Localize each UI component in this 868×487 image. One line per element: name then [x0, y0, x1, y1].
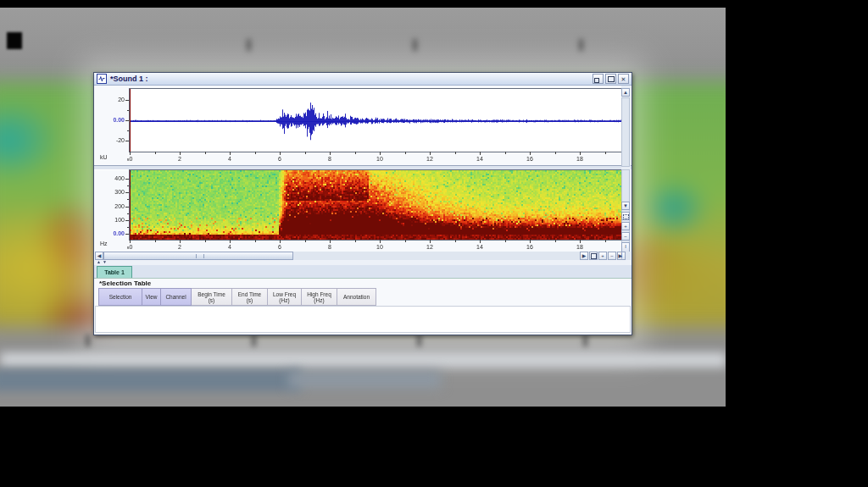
x-axis-tick — [230, 152, 231, 155]
plus-icon: + — [601, 253, 604, 258]
horizontal-scrollbar[interactable]: ◀ ▶ + − ▶▏ — [95, 252, 631, 260]
restore-button[interactable] — [605, 74, 616, 84]
x-axis-tick — [480, 240, 481, 243]
minus-icon: − — [610, 253, 614, 258]
selection-table-header: SelectionViewChannelBegin Time(s)End Tim… — [98, 288, 376, 306]
x-axis-tick — [280, 152, 281, 155]
waveform-vertical-scrollbar[interactable] — [621, 97, 630, 167]
scroll-up-button[interactable]: ▲ — [621, 88, 630, 97]
arrow-left-icon: ◀ — [97, 253, 102, 258]
x-axis-label: 18 — [576, 244, 583, 250]
blurred-blue-bar — [0, 369, 301, 391]
x-axis-tick — [605, 152, 606, 154]
column-label: Selection — [109, 294, 132, 300]
x-axis-tick — [205, 152, 206, 154]
y-axis-minor-tick — [127, 185, 130, 186]
spectrogram-plot[interactable] — [129, 169, 623, 241]
x-axis-label: 6 — [278, 156, 281, 162]
splitter-collapse-icon[interactable]: ▲ — [97, 260, 101, 264]
scrollbar-thumb[interactable] — [103, 252, 293, 260]
x-axis-unit-prefix: s — [127, 157, 130, 162]
waveform-plot[interactable] — [129, 88, 623, 152]
go-to-end-button[interactable]: ▶▏ — [617, 252, 626, 260]
zoom-in-x-button[interactable]: + — [598, 252, 607, 260]
y-axis-label: 20 — [96, 97, 125, 102]
sound-window: *Sound 1 : ✕ 200.00-20 s024681012141618 … — [93, 72, 632, 335]
x-axis-label: 4 — [228, 244, 231, 250]
x-axis-tick — [555, 152, 556, 154]
column-unit: (s) — [247, 297, 253, 303]
x-axis-tick — [580, 152, 581, 155]
backdrop-black-square — [7, 32, 22, 49]
splitter-expand-icon[interactable]: ▼ — [103, 260, 107, 264]
zoom-in-y-button[interactable]: + — [621, 222, 630, 230]
column-header-view[interactable]: View — [142, 288, 161, 306]
scroll-down-button[interactable]: ▼ — [621, 202, 630, 210]
x-axis-tick — [530, 240, 531, 243]
x-axis-tick — [130, 152, 131, 155]
waveform-canvas — [130, 89, 622, 152]
x-axis-tick — [330, 240, 331, 243]
blurred-tick — [417, 335, 421, 346]
y-axis-tick — [125, 179, 129, 180]
y-axis-tick — [125, 234, 129, 235]
x-axis-label: 10 — [376, 156, 383, 162]
column-header-selection[interactable]: Selection — [98, 288, 142, 306]
x-axis-tick — [205, 240, 206, 242]
x-axis-tick — [330, 152, 331, 155]
x-axis-tick — [430, 152, 431, 155]
y-axis-tick — [125, 141, 129, 141]
x-axis-label: 18 — [576, 156, 583, 162]
column-unit: (s) — [209, 297, 215, 303]
x-axis-tick — [405, 152, 406, 154]
x-axis-label: 2 — [178, 244, 181, 250]
pane-layout-button[interactable] — [589, 252, 598, 260]
selection-table-body[interactable] — [95, 306, 631, 333]
x-axis-label: 6 — [278, 244, 281, 250]
column-header-annotation[interactable]: Annotation — [337, 288, 376, 306]
x-axis-label: 2 — [178, 156, 181, 162]
minimize-button[interactable] — [593, 74, 604, 84]
right-control-column: ▲ ▼ + − I — [621, 86, 631, 260]
position-marker[interactable] — [130, 170, 131, 240]
position-marker[interactable] — [130, 89, 131, 152]
column-unit: (Hz) — [314, 297, 324, 303]
tab-label: Table 1 — [104, 269, 125, 275]
x-axis-label: 12 — [426, 244, 433, 250]
column-header-begin-time[interactable]: Begin Time(s) — [192, 288, 232, 306]
arrow-up-icon: ▲ — [623, 90, 628, 95]
y-axis-minor-tick — [127, 213, 130, 214]
column-header-channel[interactable]: Channel — [161, 288, 192, 306]
zoom-out-y-button[interactable]: − — [621, 232, 630, 241]
y-axis-minor-tick — [127, 227, 130, 228]
blurred-blue-bar-tail — [288, 371, 441, 388]
x-axis-tick — [130, 240, 131, 243]
blurred-tick — [579, 39, 583, 51]
tab-table-1[interactable]: Table 1 — [97, 266, 132, 278]
column-header-low-freq[interactable]: Low Freq(Hz) — [268, 288, 302, 306]
x-axis-label: 10 — [376, 244, 383, 250]
x-axis-tick — [605, 240, 606, 242]
x-axis-tick — [505, 240, 506, 242]
x-axis-tick — [180, 240, 181, 243]
letterbox-bottom — [0, 407, 868, 487]
column-header-high-freq[interactable]: High Freq(Hz) — [302, 288, 337, 306]
scroll-right-button[interactable]: ▶ — [580, 252, 588, 260]
title-bar[interactable]: *Sound 1 : ✕ — [94, 73, 632, 86]
column-header-end-time[interactable]: End Time(s) — [232, 288, 268, 306]
close-button[interactable]: ✕ — [618, 74, 629, 84]
x-axis-tick — [255, 152, 256, 154]
x-axis-tick — [355, 152, 356, 154]
x-axis-label: 4 — [228, 156, 231, 162]
y-axis-label: 0.00 — [96, 230, 125, 236]
default-zoom-button[interactable] — [621, 212, 630, 220]
y-axis-label: 300 — [96, 189, 125, 195]
zoom-out-x-button[interactable]: − — [608, 252, 616, 260]
spectrogram-canvas — [130, 170, 622, 240]
arrow-right-icon: ▶ — [582, 253, 587, 258]
y-axis-label: -20 — [96, 137, 125, 143]
column-label: View — [146, 294, 158, 300]
y-axis-tick — [125, 220, 129, 221]
x-axis-tick — [480, 152, 481, 155]
x-axis-tick — [555, 240, 556, 242]
